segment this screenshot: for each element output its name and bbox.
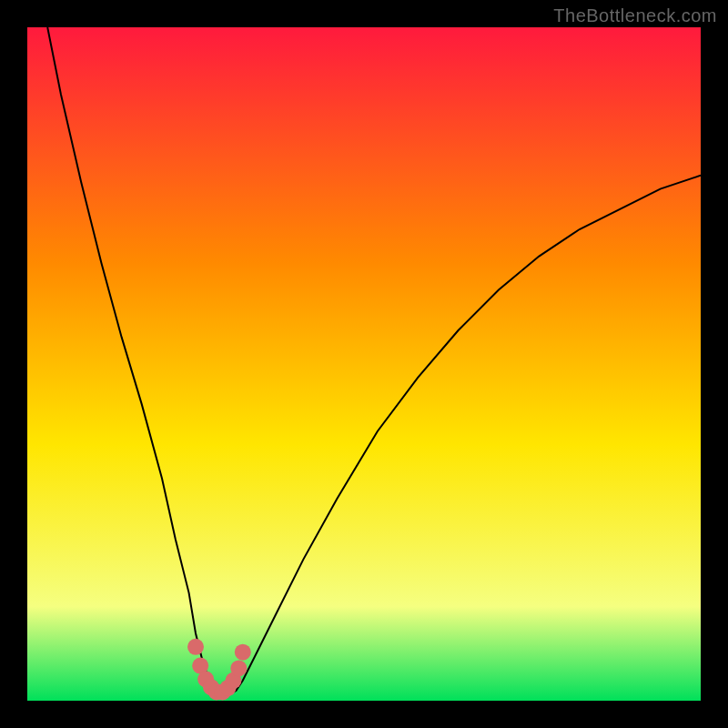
marker-dot bbox=[187, 639, 204, 655]
watermark-text: TheBottleneck.com bbox=[553, 5, 717, 26]
bottleneck-chart bbox=[27, 27, 701, 701]
chart-frame: TheBottleneck.com bbox=[0, 0, 728, 728]
gradient-background bbox=[27, 27, 701, 701]
marker-dot bbox=[235, 644, 251, 661]
marker-dot bbox=[230, 660, 247, 676]
